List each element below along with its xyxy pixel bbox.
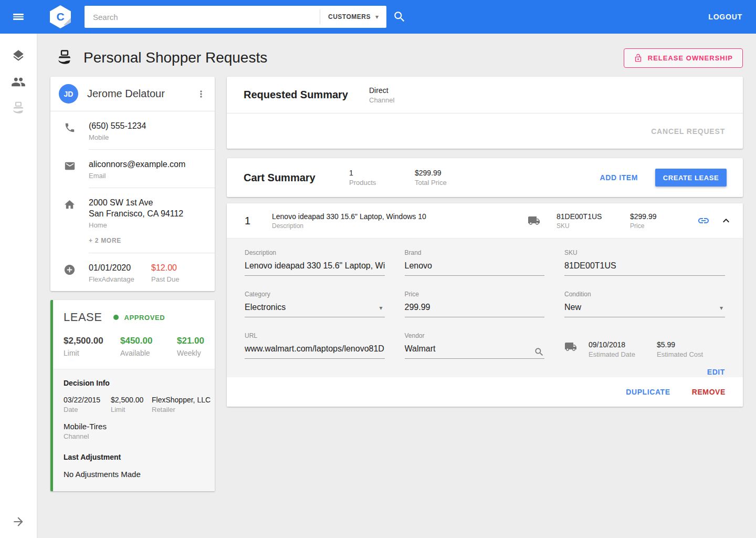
- cart-products-value: 1: [349, 169, 415, 177]
- request-channel: Direct Channel: [369, 86, 394, 104]
- search-scope-selector[interactable]: CUSTOMERS ▾: [320, 13, 386, 20]
- vendor-input[interactable]: [405, 343, 545, 359]
- logo-fold: [64, 18, 71, 25]
- menu-button[interactable]: [0, 13, 37, 21]
- past-due-amount: $12.00: [151, 262, 179, 273]
- logo-letter: C: [56, 11, 64, 23]
- price-field: Price: [405, 291, 545, 317]
- email-value: aliconnors@example.com: [89, 159, 206, 170]
- item-sku-value: 81DE00T1US: [556, 212, 630, 221]
- sku-field-label: SKU: [564, 249, 725, 256]
- item-sku-label: SKU: [556, 222, 630, 230]
- chevron-down-icon: ▾: [379, 305, 382, 311]
- cart-item-card: 1 Lenovo ideapad 330 15.6" Laptop, Windo…: [227, 203, 743, 407]
- sidebar-item-personal-shopper[interactable]: [0, 95, 37, 121]
- logout-button[interactable]: LOGOUT: [708, 13, 742, 21]
- cart-products-count: 1 Products: [349, 169, 415, 187]
- add-circle-icon: [64, 264, 76, 276]
- requested-summary-title: Requested Summary: [244, 89, 369, 101]
- item-description-label: Description: [272, 222, 521, 230]
- sidebar-item-layers[interactable]: [0, 43, 37, 69]
- decision-channel-value: Mobile-Tires: [64, 422, 204, 431]
- estimated-date: 09/10/2018 Estimated Date: [589, 340, 657, 358]
- email-label: Email: [89, 172, 206, 180]
- sku-input[interactable]: [564, 260, 725, 276]
- more-addresses-link[interactable]: + 2 MORE: [89, 237, 121, 244]
- personal-shopper-icon: [10, 100, 26, 116]
- condition-select-value: New: [564, 303, 581, 312]
- decision-retailer-value: FlexShopper, LLC: [152, 396, 211, 404]
- link-icon: [697, 214, 710, 227]
- shipping-truck-icon: [528, 214, 540, 227]
- phone-icon: [64, 122, 76, 133]
- remove-item-button[interactable]: REMOVE: [692, 388, 726, 396]
- customer-menu-button[interactable]: [193, 86, 209, 102]
- url-input[interactable]: [245, 343, 385, 359]
- description-input[interactable]: [245, 260, 385, 276]
- lock-open-icon: [634, 54, 643, 63]
- decision-date-label: Date: [64, 406, 111, 413]
- address-row: 2000 SW 1st Ave San Francisco, CA 94112 …: [50, 188, 215, 253]
- category-select[interactable]: Electronics ▾: [245, 302, 385, 317]
- arrow-forward-icon: [12, 515, 25, 529]
- address-line1: 2000 SW 1st Ave: [89, 197, 206, 208]
- search-scope-label: CUSTOMERS: [328, 13, 371, 20]
- customer-card: JD Jerome Delatour: [50, 77, 215, 291]
- search-input[interactable]: [85, 13, 320, 22]
- customer-card-header: JD Jerome Delatour: [50, 77, 215, 111]
- vendor-search-button[interactable]: [534, 347, 544, 357]
- item-price-summary: $299.99 Price: [630, 212, 697, 230]
- left-nav-rail: [0, 34, 37, 538]
- item-collapse-button[interactable]: [720, 214, 732, 227]
- address-line2: San Francisco, CA 94112: [89, 208, 206, 219]
- add-item-button[interactable]: ADD ITEM: [596, 169, 642, 186]
- cart-item-detail: Description Brand SKU Category: [227, 238, 743, 377]
- email-row: aliconnors@example.com Email: [50, 150, 215, 188]
- item-description-summary: Lenovo ideapad 330 15.6" Laptop, Windows…: [272, 212, 528, 230]
- decision-date: 03/22/2015 Date: [64, 396, 111, 413]
- address-label: Home: [89, 221, 206, 229]
- edit-shipping-button[interactable]: EDIT: [707, 368, 725, 376]
- customer-name: Jerome Delatour: [87, 88, 165, 100]
- description-field-label: Description: [245, 249, 385, 256]
- lease-limit-stat: $2,500.00 Limit: [64, 336, 120, 357]
- search-icon: [393, 10, 406, 24]
- lease-limit-value: $2,500.00: [64, 336, 120, 346]
- home-icon: [64, 199, 76, 211]
- more-vert-icon: [196, 89, 206, 99]
- item-sku-summary: 81DE00T1US SKU: [556, 212, 630, 230]
- phone-label: Mobile: [89, 133, 206, 141]
- cart-summary-title: Cart Summary: [244, 172, 349, 184]
- release-ownership-label: RELEASE OWNERSHIP: [648, 54, 733, 62]
- cart-total-label: Total Price: [415, 179, 480, 187]
- estimated-date-label: Estimated Date: [589, 350, 657, 358]
- flexadvantage-label: FlexAdvantage: [89, 275, 151, 283]
- search-icon: [534, 347, 544, 357]
- layers-icon: [12, 49, 25, 63]
- condition-field-label: Condition: [564, 291, 725, 298]
- shipping-truck-icon: [564, 340, 577, 353]
- main-content: Personal Shopper Requests RELEASE OWNERS…: [37, 34, 756, 491]
- chevron-down-icon: ▾: [720, 305, 723, 311]
- flexadvantage-row: 01/01/2020 FlexAdvantage $12.00 Past Due: [50, 253, 215, 291]
- duplicate-item-button[interactable]: DUPLICATE: [626, 388, 670, 396]
- decision-date-value: 03/22/2015: [64, 396, 111, 404]
- cart-summary-card: Cart Summary 1 Products $299.99 Total Pr…: [227, 158, 743, 197]
- brand-input[interactable]: [405, 260, 545, 276]
- price-input[interactable]: [405, 302, 545, 317]
- create-lease-button[interactable]: CREATE LEASE: [655, 169, 727, 187]
- estimated-cost: $5.99 Estimated Cost: [657, 340, 725, 358]
- condition-select[interactable]: New ▾: [564, 302, 725, 317]
- release-ownership-button[interactable]: RELEASE OWNERSHIP: [624, 48, 743, 68]
- cancel-request-button[interactable]: CANCEL REQUEST: [651, 127, 725, 136]
- item-description-value: Lenovo ideapad 330 15.6" Laptop, Windows…: [272, 212, 521, 221]
- item-link-button[interactable]: [697, 214, 710, 227]
- search-submit-button[interactable]: [393, 10, 406, 24]
- cart-item-header: 1 Lenovo ideapad 330 15.6" Laptop, Windo…: [227, 203, 743, 238]
- people-icon: [11, 75, 26, 89]
- lease-weekly-value: $21.00: [177, 336, 204, 346]
- price-field-label: Price: [405, 291, 545, 298]
- vendor-field: Vendor: [405, 332, 545, 361]
- sidebar-collapse-toggle[interactable]: [0, 515, 37, 529]
- sidebar-item-customers[interactable]: [0, 69, 37, 95]
